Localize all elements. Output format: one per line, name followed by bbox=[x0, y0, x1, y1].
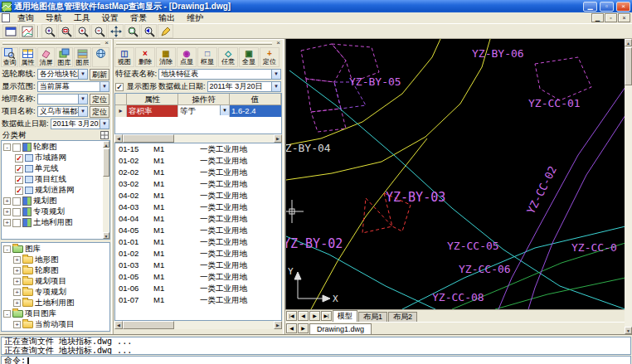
chevron-down-icon[interactable]: ▼ bbox=[100, 119, 109, 129]
scroll-up-icon[interactable]: ▲ bbox=[103, 141, 109, 148]
polygon-select-button[interactable]: ◇任意 bbox=[218, 47, 238, 67]
expand-icon[interactable]: + bbox=[13, 299, 21, 307]
menu-maintain[interactable]: 维护 bbox=[181, 12, 209, 23]
last-tab-button[interactable]: ▶| bbox=[321, 311, 332, 321]
scroll-left-icon[interactable]: ◀ bbox=[114, 321, 123, 329]
geo-combo[interactable]: ▼ bbox=[37, 94, 88, 104]
clear-button[interactable]: ▦清除 bbox=[156, 47, 176, 67]
show-all-button[interactable]: ▣全显 bbox=[239, 47, 259, 67]
scroll-thumb[interactable] bbox=[103, 148, 109, 177]
pan-button[interactable] bbox=[108, 24, 124, 38]
list-item[interactable]: 01-07M1一类工业用地 bbox=[115, 294, 281, 306]
menu-output[interactable]: 输出 bbox=[153, 12, 181, 23]
list-item[interactable]: 04-05M1一类工业用地 bbox=[115, 225, 281, 236]
chevron-down-icon[interactable]: ▼ bbox=[78, 70, 87, 79]
tree-item-planning-map[interactable]: +规划图 bbox=[2, 196, 109, 206]
prev-tab-button[interactable]: ◀ bbox=[298, 311, 309, 321]
tab-drawing1[interactable]: Drawing1.dwg bbox=[309, 323, 372, 334]
checkbox[interactable]: ✓ bbox=[15, 176, 23, 184]
cad-viewport[interactable]: YZ-BY-06 YZ-BY-05 YZ-CC-01 YZ-BY-04 YZ-B… bbox=[285, 39, 625, 309]
map-select-button[interactable] bbox=[19, 24, 35, 38]
list-item[interactable]: 01-02M1一类工业用地 bbox=[115, 248, 281, 260]
tree-item-landuse-map[interactable]: +土地利用图 bbox=[2, 217, 109, 228]
list-item[interactable]: 01-02M1一类工业用地 bbox=[115, 155, 281, 167]
scroll-right-icon[interactable]: ▶ bbox=[274, 134, 282, 143]
close-panel-icon[interactable]: × bbox=[275, 40, 282, 47]
geo-locate-button[interactable]: 定位 bbox=[90, 94, 109, 105]
list-item[interactable]: 01-15M1一类工业用地 bbox=[115, 143, 281, 155]
tree-item-city-roads[interactable]: ✓市域路网 bbox=[2, 153, 109, 163]
attribute-button[interactable]: 属性 bbox=[19, 47, 36, 67]
criteria-attr-cell[interactable]: 容积率 bbox=[127, 105, 178, 117]
scroll-thumb[interactable] bbox=[123, 134, 174, 143]
zoom-out-button[interactable] bbox=[91, 24, 107, 38]
tab-layout1[interactable]: 布局1 bbox=[358, 312, 387, 322]
redraw-button[interactable] bbox=[158, 24, 173, 38]
expand-icon[interactable]: + bbox=[13, 289, 21, 296]
feature-table-combo[interactable]: 地块特征表▼ bbox=[158, 69, 281, 80]
zoom-in-button[interactable] bbox=[75, 24, 90, 38]
zoom-window-button[interactable] bbox=[58, 24, 74, 38]
library-item-planning[interactable]: +规划项目 bbox=[2, 276, 109, 287]
tab-model[interactable]: 模型 bbox=[333, 310, 357, 322]
chevron-down-icon[interactable]: ▼ bbox=[100, 82, 109, 91]
mdi-restore-button[interactable]: ▫ bbox=[605, 13, 617, 22]
locate-button[interactable]: +定位 bbox=[260, 47, 280, 67]
library-item-project-root[interactable]: -项目图库 bbox=[2, 308, 109, 319]
minimize-button[interactable]: ▁ bbox=[583, 2, 597, 12]
outline-combo[interactable]: 各分地块轮廓线▼ bbox=[37, 69, 88, 80]
menu-navigate[interactable]: 导航 bbox=[40, 12, 68, 23]
scroll-thumb[interactable] bbox=[625, 47, 632, 85]
expand-icon[interactable]: + bbox=[13, 256, 21, 264]
prev-drawing-button[interactable]: ◀ bbox=[286, 323, 297, 333]
menu-query[interactable]: 查询 bbox=[12, 12, 40, 23]
show-graphic-checkbox[interactable]: ✓ bbox=[115, 83, 124, 91]
restore-button[interactable]: ▫ bbox=[600, 2, 614, 12]
tree-scrollbar[interactable]: ▲▼ bbox=[103, 141, 109, 239]
scroll-left-icon[interactable]: ◀ bbox=[114, 134, 123, 143]
expand-icon[interactable]: + bbox=[13, 267, 21, 274]
list-hscrollbar[interactable]: ◀▶ bbox=[114, 321, 282, 329]
layer-button[interactable]: 图层 bbox=[74, 47, 91, 67]
chevron-down-icon[interactable]: ▼ bbox=[78, 107, 87, 116]
clear-screen-button[interactable]: 清屏 bbox=[37, 47, 55, 67]
refresh-button[interactable]: 刷新 bbox=[90, 69, 109, 80]
criteria-value-cell[interactable]: 1.6-2.4 bbox=[230, 105, 281, 117]
drag-grip[interactable] bbox=[2, 42, 100, 45]
expand-icon[interactable]: + bbox=[3, 197, 11, 205]
menu-tools[interactable]: 工具 bbox=[68, 12, 96, 23]
close-button[interactable]: × bbox=[616, 2, 630, 12]
tree-item-outline[interactable]: -轮廓图 bbox=[2, 142, 109, 153]
list-item[interactable]: 01-05M1一类工业用地 bbox=[115, 271, 281, 283]
menu-background[interactable]: 背景 bbox=[124, 12, 153, 23]
tree-item-planned-roads[interactable]: ✓规划道路网 bbox=[2, 185, 109, 196]
list-item[interactable]: 04-03M1一类工业用地 bbox=[115, 201, 281, 213]
tree-item-unit-line[interactable]: ✓单元线 bbox=[2, 163, 109, 174]
expand-icon[interactable]: + bbox=[3, 219, 11, 226]
list-item[interactable]: 01-03M1一类工业用地 bbox=[115, 260, 281, 271]
delete-button[interactable]: ×删除 bbox=[135, 47, 155, 67]
log-history[interactable]: 正在查询文件 地块指标.dwg ... 正在查询文件 地块指标.dwg ... bbox=[1, 337, 631, 355]
checkbox[interactable]: ✓ bbox=[15, 187, 23, 195]
date-combo[interactable]: 2011年 3月20日▼ bbox=[51, 119, 109, 129]
checkbox[interactable]: ✓ bbox=[15, 165, 23, 173]
collapse-icon[interactable]: - bbox=[3, 143, 11, 151]
first-tab-button[interactable]: |◀ bbox=[286, 311, 297, 321]
collapse-icon[interactable]: - bbox=[3, 310, 11, 318]
library-item-terrain[interactable]: +地形图 bbox=[2, 255, 109, 265]
next-drawing-button[interactable]: ▶ bbox=[298, 323, 309, 333]
scroll-down-icon[interactable]: ▼ bbox=[625, 327, 632, 334]
scroll-down-icon[interactable]: ▼ bbox=[103, 232, 109, 239]
scroll-thumb[interactable] bbox=[123, 321, 174, 329]
mdi-minimize-button[interactable]: ▁ bbox=[591, 13, 604, 22]
library-item-special[interactable]: +专项规划 bbox=[2, 287, 109, 298]
point-select-button[interactable]: ◉点显 bbox=[177, 47, 197, 67]
drag-grip[interactable] bbox=[116, 42, 272, 45]
list-item[interactable]: 02-02M1一类工业用地 bbox=[115, 167, 281, 178]
globe-button[interactable] bbox=[92, 47, 109, 67]
list-item[interactable]: 03-02M1一类工业用地 bbox=[115, 178, 281, 190]
criteria-operator-cell[interactable]: 等于▼ bbox=[178, 105, 230, 117]
criteria-hscrollbar[interactable]: ◀▶ bbox=[114, 134, 282, 143]
chevron-down-icon[interactable]: ▼ bbox=[271, 82, 280, 91]
zoom-extents-button[interactable] bbox=[124, 24, 140, 38]
